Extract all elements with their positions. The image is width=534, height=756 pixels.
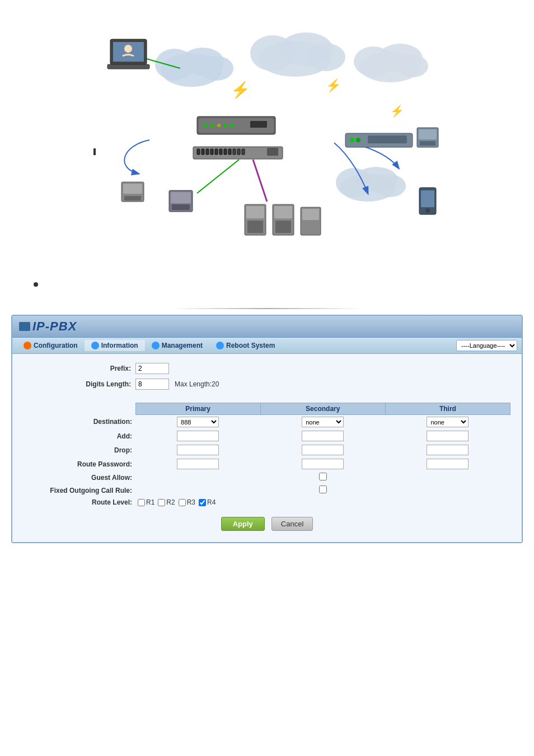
phone2-device <box>169 190 193 212</box>
destination-secondary-cell: none <box>260 415 385 430</box>
route-password-label: Route Password: <box>24 457 135 471</box>
destination-secondary-select[interactable]: none <box>302 417 344 427</box>
route-level-r3-checkbox[interactable] <box>179 499 186 506</box>
svg-point-11 <box>397 55 428 77</box>
route-level-r2: R2 <box>158 498 175 506</box>
phone6-device <box>417 128 438 147</box>
svg-point-18 <box>124 45 132 53</box>
drop-row: Drop: <box>24 443 510 457</box>
svg-rect-58 <box>275 221 291 233</box>
col-primary: Primary <box>135 403 260 415</box>
svg-rect-30 <box>93 148 96 155</box>
guest-allow-row: Guest Allow: <box>24 471 510 484</box>
phone1-device <box>121 182 144 202</box>
cancel-button[interactable]: Cancel <box>271 517 313 531</box>
nav-information-label: Information <box>101 342 138 349</box>
digits-length-input[interactable] <box>135 379 169 390</box>
svg-rect-34 <box>210 149 213 155</box>
nav-configuration[interactable]: Configuration <box>17 340 85 351</box>
guest-allow-checkbox[interactable] <box>319 473 327 480</box>
route-level-r1-label: R1 <box>146 498 154 506</box>
svg-point-25 <box>217 124 221 127</box>
diagram-svg: ⚡ ⚡ ⚡ <box>93 22 441 246</box>
svg-point-27 <box>231 124 234 127</box>
route-level-label: Route Level: <box>24 497 135 508</box>
drop-secondary-input[interactable] <box>302 445 344 455</box>
svg-point-3 <box>200 56 233 81</box>
svg-rect-31 <box>197 149 200 155</box>
svg-point-7 <box>306 43 345 71</box>
nav-reboot[interactable]: Reboot System <box>209 340 282 351</box>
route-level-r4-checkbox[interactable] <box>199 499 206 506</box>
cloud3-icon <box>354 44 428 82</box>
cloud2-icon <box>250 32 345 77</box>
bullet-area <box>0 269 534 302</box>
destination-third-cell: none <box>385 415 510 430</box>
svg-rect-46 <box>368 136 407 143</box>
language-select[interactable]: ----Language---- <box>456 340 517 351</box>
svg-rect-19 <box>107 64 149 69</box>
destination-row: Destination: 888 none none <box>24 415 510 430</box>
fixed-outgoing-label: Fixed Outgoing Call Rule: <box>24 484 135 497</box>
lightning2-icon: ⚡ <box>326 78 341 93</box>
svg-rect-42 <box>267 148 278 156</box>
cloud1-icon <box>155 48 233 87</box>
phone4-device <box>273 204 294 235</box>
drop-primary-input[interactable] <box>177 445 219 455</box>
svg-rect-49 <box>124 196 141 200</box>
add-third-input[interactable] <box>427 431 469 441</box>
route-level-r3-label: R3 <box>187 498 195 506</box>
destination-primary-select[interactable]: 888 <box>177 417 219 427</box>
svg-rect-33 <box>206 149 209 155</box>
nav-information[interactable]: Information <box>85 340 145 351</box>
destination-third-select[interactable]: none <box>427 417 469 427</box>
svg-point-66 <box>425 208 430 213</box>
arrow-left <box>124 140 149 174</box>
reboot-icon <box>216 342 224 349</box>
max-length-label: Max Length:20 <box>175 380 219 388</box>
bullet-item <box>34 280 500 287</box>
info-icon <box>91 342 99 349</box>
svg-point-26 <box>224 124 227 127</box>
route-password-row: Route Password: <box>24 457 510 471</box>
nav-bar: Configuration Information Management Reb… <box>12 338 522 354</box>
form-area: Prefix: Digits Length: Max Length:20 Pri… <box>12 354 522 542</box>
svg-rect-39 <box>233 149 236 155</box>
route-level-r3: R3 <box>179 498 195 506</box>
digits-length-label: Digits Length: <box>24 380 135 388</box>
svg-point-23 <box>204 124 207 127</box>
prefix-label: Prefix: <box>24 365 135 372</box>
prefix-input[interactable] <box>135 363 169 374</box>
guest-allow-label: Guest Allow: <box>24 471 135 484</box>
apply-button[interactable]: Apply <box>221 517 265 531</box>
add-label: Add: <box>24 429 135 443</box>
nav-management[interactable]: Management <box>145 340 209 351</box>
nav-reboot-label: Reboot System <box>226 342 275 349</box>
network-diagram: ⚡ ⚡ ⚡ <box>0 0 534 269</box>
panel-header: IP-PBX <box>12 316 522 338</box>
button-row: Apply Cancel <box>24 517 510 531</box>
drop-third-input[interactable] <box>427 445 469 455</box>
line-green-phones <box>197 160 239 193</box>
add-row: Add: <box>24 429 510 443</box>
route-password-primary-input[interactable] <box>177 459 219 469</box>
phone3-device <box>245 204 266 235</box>
lightning3-icon: ⚡ <box>390 104 404 118</box>
prefix-row: Prefix: <box>24 363 510 374</box>
route-level-r4-label: R4 <box>207 498 216 506</box>
col-secondary: Secondary <box>260 403 385 415</box>
route-password-third-input[interactable] <box>427 459 469 469</box>
route-level-r2-label: R2 <box>166 498 175 506</box>
svg-rect-37 <box>224 149 227 155</box>
route-level-r2-checkbox[interactable] <box>158 499 165 506</box>
fixed-outgoing-checkbox[interactable] <box>319 486 327 493</box>
add-secondary-input[interactable] <box>302 431 344 441</box>
svg-rect-57 <box>274 206 292 218</box>
svg-rect-60 <box>302 209 319 220</box>
svg-rect-63 <box>420 141 435 146</box>
add-primary-input[interactable] <box>177 431 219 441</box>
route-password-secondary-input[interactable] <box>302 459 344 469</box>
logo-icon <box>19 322 30 331</box>
route-level-r1-checkbox[interactable] <box>138 499 145 506</box>
svg-rect-65 <box>421 190 434 207</box>
